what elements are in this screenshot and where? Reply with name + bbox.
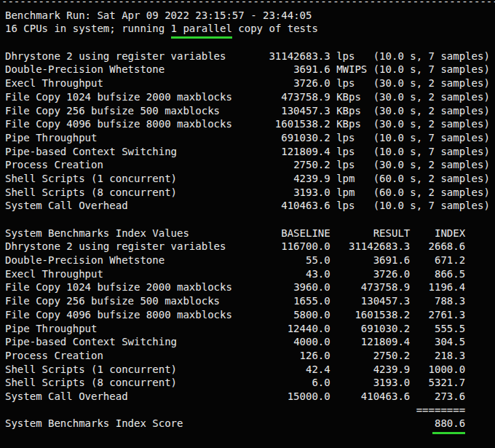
index-value: 866.5	[410, 267, 465, 281]
benchmark-timing: (10.0 s, 7 samples)	[373, 146, 490, 157]
benchmark-name: Pipe Throughput	[5, 322, 257, 336]
benchmark-name: Shell Scripts (1 concurrent)	[5, 172, 257, 186]
benchmark-timing: (60.0 s, 2 samples)	[373, 186, 490, 198]
baseline-value: 4000.0	[257, 335, 330, 349]
result-value: 130457.3	[330, 294, 411, 308]
benchmark-unit: lps	[336, 76, 367, 90]
index-value: 671.2	[410, 254, 465, 267]
result-row: File Copy 256 bufsize 500 maxblocks13045…	[5, 104, 495, 118]
blank-line	[5, 213, 495, 227]
benchmark-timing: (10.0 s, 7 samples)	[373, 132, 490, 144]
index-row: File Copy 4096 bufsize 8000 maxblocks580…	[5, 308, 495, 322]
benchmark-name: Pipe-based Context Switching	[5, 145, 257, 159]
index-value: 304.5	[410, 335, 465, 349]
benchmark-unit: lps	[336, 131, 367, 145]
column-header-index: INDEX	[410, 227, 465, 240]
index-row: System Call Overhead15000.0410463.6273.6	[5, 390, 495, 404]
result-value: 3691.6	[330, 254, 411, 267]
parallel-copies-highlight: 1 parallel	[171, 22, 232, 39]
index-value: 788.3	[410, 294, 465, 308]
benchmark-unit: KBps	[336, 104, 367, 118]
benchmark-timing: (10.0 s, 7 samples)	[373, 63, 490, 75]
benchmark-name: File Copy 256 bufsize 500 maxblocks	[5, 294, 257, 308]
terminal-screen[interactable]: ----------------------------------------…	[0, 0, 495, 431]
benchmark-name: Execl Throughput	[5, 76, 257, 90]
result-row: Shell Scripts (1 concurrent)4239.9lpm(60…	[5, 172, 495, 186]
benchmark-value: 1601538.2	[257, 117, 330, 131]
index-row: Pipe-based Context Switching4000.0121809…	[5, 335, 495, 349]
index-value: 218.3	[410, 349, 465, 363]
index-value: 555.5	[410, 322, 465, 336]
baseline-value: 1655.0	[257, 294, 330, 308]
result-row: System Call Overhead410463.6lps(10.0 s, …	[5, 199, 495, 213]
benchmark-unit: MWIPS	[336, 63, 367, 76]
result-row: Process Creation2750.2lps(30.0 s, 2 samp…	[5, 158, 495, 172]
benchmark-unit: lps	[336, 158, 367, 172]
index-row: Process Creation126.02750.2218.3	[5, 349, 495, 363]
index-value: 1000.0	[410, 363, 465, 377]
result-value: 691030.2	[330, 322, 411, 336]
benchmark-name: System Call Overhead	[5, 390, 257, 404]
benchmark-value: 3193.0	[257, 186, 330, 200]
benchmark-timing: (10.0 s, 7 samples)	[373, 200, 490, 211]
result-value: 473758.9	[330, 280, 411, 294]
benchmark-name: System Call Overhead	[5, 199, 257, 213]
benchmark-timing: (60.0 s, 2 samples)	[373, 173, 490, 184]
index-value: 273.6	[410, 390, 465, 404]
baseline-value: 55.0	[257, 254, 330, 267]
index-value: 2761.3	[410, 308, 465, 322]
benchmark-name: Execl Throughput	[5, 267, 257, 281]
benchmark-name: Double-Precision Whetstone	[5, 63, 257, 76]
benchmark-name: Process Creation	[5, 349, 257, 363]
baseline-value: 15000.0	[257, 390, 330, 404]
index-score-value: 880.6	[432, 417, 465, 434]
index-score-line: System Benchmarks Index Score880.6	[5, 417, 495, 431]
result-value: 3193.0	[330, 376, 411, 390]
benchmark-name: File Copy 1024 bufsize 2000 maxblocks	[5, 280, 257, 294]
baseline-value: 5800.0	[257, 308, 330, 322]
benchmark-value: 121809.4	[257, 145, 330, 159]
result-value: 3726.0	[330, 267, 411, 281]
benchmark-name: Double-Precision Whetstone	[5, 254, 257, 267]
baseline-value: 6.0	[257, 376, 330, 390]
result-row: Dhrystone 2 using register variables3114…	[5, 50, 495, 63]
benchmark-name: Shell Scripts (1 concurrent)	[5, 363, 257, 377]
baseline-value: 126.0	[257, 349, 330, 363]
benchmark-timing: (10.0 s, 7 samples)	[373, 50, 490, 62]
benchmark-value: 2750.2	[257, 158, 330, 172]
result-row: File Copy 1024 bufsize 2000 maxblocks473…	[5, 90, 495, 104]
benchmark-run-text: Benchmark Run: Sat Apr 09 2022 23:15:57 …	[5, 9, 312, 21]
result-value: 31142683.3	[330, 240, 411, 254]
benchmark-name: Pipe-based Context Switching	[5, 335, 257, 349]
benchmark-timing: (30.0 s, 2 samples)	[373, 77, 490, 89]
score-divider: ========	[410, 404, 465, 417]
benchmark-value: 3691.6	[257, 63, 330, 76]
benchmark-timing: (30.0 s, 2 samples)	[373, 91, 490, 103]
cpu-info-prefix: 16 CPUs in system; running	[5, 23, 171, 34]
benchmark-name: File Copy 256 bufsize 500 maxblocks	[5, 104, 257, 118]
index-row: Shell Scripts (8 concurrent)6.03193.0532…	[5, 376, 495, 390]
index-value: 5321.7	[410, 376, 465, 390]
benchmark-unit: lps	[336, 145, 367, 159]
benchmark-unit: lpm	[336, 186, 367, 200]
benchmark-run-line: Benchmark Run: Sat Apr 09 2022 23:15:57 …	[5, 9, 495, 23]
benchmark-timing: (30.0 s, 2 samples)	[373, 105, 490, 117]
result-row: Execl Throughput3726.0lps(30.0 s, 2 samp…	[5, 76, 495, 90]
benchmark-unit: lps	[336, 50, 367, 63]
index-row: Execl Throughput43.03726.0866.5	[5, 267, 495, 281]
benchmark-name: File Copy 4096 bufsize 8000 maxblocks	[5, 308, 257, 322]
benchmark-timing: (30.0 s, 2 samples)	[373, 159, 490, 170]
benchmark-name: Shell Scripts (8 concurrent)	[5, 376, 257, 390]
result-value: 2750.2	[330, 349, 411, 363]
index-score-label: System Benchmarks Index Score	[5, 417, 257, 431]
baseline-value: 3960.0	[257, 280, 330, 294]
index-table-title: System Benchmarks Index Values	[5, 227, 257, 240]
result-row: Pipe-based Context Switching121809.4lps(…	[5, 145, 495, 159]
cpu-info-suffix: copy of tests	[232, 23, 318, 34]
benchmark-value: 3726.0	[257, 76, 330, 90]
index-value: 2668.6	[410, 240, 465, 254]
benchmark-value: 691030.2	[257, 131, 330, 145]
result-row: Shell Scripts (8 concurrent)3193.0lpm(60…	[5, 186, 495, 200]
column-header-baseline: BASELINE	[257, 227, 330, 240]
benchmark-value: 473758.9	[257, 90, 330, 104]
